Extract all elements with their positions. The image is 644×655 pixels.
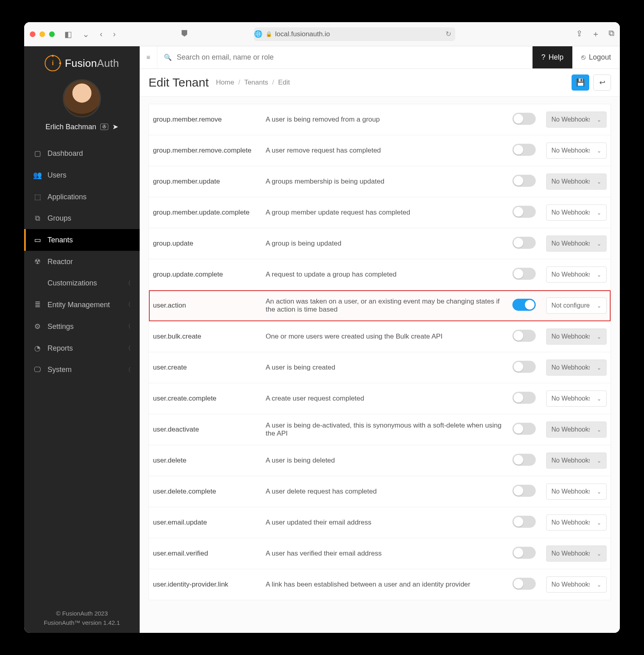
transaction-select[interactable]: No Webhooks⌄ [546, 484, 607, 500]
crumb-tenants[interactable]: Tenants [244, 79, 268, 87]
select-value: No Webhooks [551, 271, 590, 278]
event-name: user.email.verified [149, 538, 262, 569]
chevron-down-icon: ⌄ [597, 582, 601, 588]
event-description: A user is being created [262, 352, 506, 383]
transaction-select[interactable]: No Webhooks⌄ [546, 236, 607, 252]
event-name: user.delete.complete [149, 476, 262, 507]
sidebar-item-customizations[interactable]: Customizations〈 [24, 273, 140, 294]
event-name: user.email.update [149, 507, 262, 538]
logout-button[interactable]: ⎋ Logout [572, 53, 620, 62]
transaction-select[interactable]: No Webhooks⌄ [546, 143, 607, 159]
event-toggle[interactable] [512, 113, 536, 125]
transaction-select[interactable]: No Webhooks⌄ [546, 545, 607, 562]
sidebar-nav: ▢Dashboard👥Users⬚Applications⧉Groups▭Ten… [24, 143, 140, 380]
select-value: No Webhooks [551, 519, 590, 526]
select-value: No Webhooks [551, 581, 590, 588]
transaction-select[interactable]: Not configured⌄ [546, 298, 607, 314]
zoom-window-icon[interactable] [49, 31, 55, 37]
location-icon[interactable]: ➤ [112, 122, 118, 131]
transaction-select[interactable]: No Webhooks⌄ [546, 514, 607, 531]
event-toggle[interactable] [512, 547, 536, 559]
breadcrumb: Home / Tenants / Edit [216, 79, 290, 87]
event-description: A group is being updated [262, 228, 506, 259]
sidebar-item-tenants[interactable]: ▭Tenants [24, 229, 140, 251]
help-icon: ? [541, 53, 545, 62]
transaction-select[interactable]: No Webhooks⌄ [546, 391, 607, 407]
search-input[interactable] [177, 53, 526, 62]
sidebar-item-dashboard[interactable]: ▢Dashboard [24, 143, 140, 164]
event-toggle[interactable] [512, 423, 536, 435]
close-window-icon[interactable] [30, 31, 35, 37]
main-area: ≡ 🔍 ? Help ⎋ Logout Edit Tenant [140, 46, 620, 633]
transaction-select[interactable]: No Webhooks⌄ [546, 329, 607, 345]
table-row: user.bulk.createOne or more users were c… [149, 321, 611, 352]
sidebar-item-reports[interactable]: ◔Reports〈 [24, 337, 140, 359]
tabs-overview-icon[interactable]: ⧉ [609, 29, 614, 39]
sidebar-item-users[interactable]: 👥Users [24, 164, 140, 186]
sidebar-item-applications[interactable]: ⬚Applications [24, 186, 140, 208]
sidebar-item-groups[interactable]: ⧉Groups [24, 208, 140, 229]
save-button[interactable]: 💾 [572, 74, 589, 91]
transaction-select[interactable]: No Webhooks⌄ [546, 174, 607, 190]
event-toggle[interactable] [512, 299, 536, 311]
event-toggle[interactable] [512, 237, 536, 249]
transaction-select[interactable]: No Webhooks⌄ [546, 112, 607, 128]
chevron-down-icon: ⌄ [597, 520, 601, 526]
transaction-select[interactable]: No Webhooks⌄ [546, 576, 607, 593]
transaction-select[interactable]: No Webhooks⌄ [546, 360, 607, 376]
event-toggle[interactable] [512, 578, 536, 590]
event-name: user.deactivate [149, 414, 262, 445]
sidebar-item-label: Reports [47, 344, 73, 353]
help-button[interactable]: ? Help [533, 46, 572, 68]
sidebar-item-label: Users [47, 171, 66, 180]
forward-icon[interactable]: › [111, 29, 118, 39]
collapse-sidebar-icon[interactable]: ≡ [140, 46, 157, 68]
event-toggle[interactable] [512, 516, 536, 528]
chevron-down-icon: ⌄ [597, 210, 601, 216]
event-toggle[interactable] [512, 361, 536, 373]
sidebar-toggle-icon[interactable]: ◧ [62, 29, 74, 39]
transaction-select[interactable]: No Webhooks⌄ [546, 422, 607, 438]
event-toggle[interactable] [512, 454, 536, 466]
sidebar-item-label: Entity Management [47, 301, 110, 309]
event-toggle[interactable] [512, 206, 536, 218]
sidebar-item-settings[interactable]: ⚙Settings〈 [24, 316, 140, 337]
event-name: user.create [149, 352, 262, 383]
event-toggle[interactable] [512, 330, 536, 342]
vcard-icon[interactable]: ✇ [100, 124, 108, 130]
chevron-down-icon[interactable]: ⌄ [80, 29, 92, 39]
event-toggle[interactable] [512, 144, 536, 156]
event-toggle[interactable] [512, 268, 536, 280]
brand-name: FusionAuth [65, 57, 119, 70]
event-toggle[interactable] [512, 175, 536, 187]
share-icon[interactable]: ⇪ [576, 29, 583, 39]
transaction-select[interactable]: No Webhooks⌄ [546, 453, 607, 469]
event-name: group.update.complete [149, 259, 262, 290]
back-button[interactable]: ↩ [593, 74, 611, 91]
lock-icon: 🔒 [266, 31, 272, 37]
select-value: No Webhooks [551, 426, 590, 433]
reload-icon[interactable]: ↻ [446, 30, 455, 38]
avatar[interactable] [63, 79, 101, 118]
event-description: A user has verified their email address [262, 538, 506, 569]
minimize-window-icon[interactable] [39, 31, 45, 37]
table-row: user.delete.completeA user delete reques… [149, 476, 611, 507]
brand-logo: i FusionAuth [24, 46, 140, 75]
chevron-left-icon: 〈 [125, 345, 131, 352]
new-tab-icon[interactable]: ＋ [592, 29, 600, 39]
table-row: group.update.completeA request to update… [149, 259, 611, 290]
sidebar-item-system[interactable]: 🖵System〈 [24, 359, 140, 380]
event-description: A request to update a group has complete… [262, 259, 506, 290]
chevron-down-icon: ⌄ [597, 148, 601, 154]
sidebar-item-reactor[interactable]: ☢Reactor [24, 251, 140, 273]
sidebar-item-entity-management[interactable]: ≣Entity Management〈 [24, 294, 140, 316]
back-icon[interactable]: ‹ [97, 29, 105, 39]
shield-icon[interactable]: ⛊ [178, 29, 191, 39]
transaction-select[interactable]: No Webhooks⌄ [546, 205, 607, 221]
crumb-home[interactable]: Home [216, 79, 234, 87]
site-settings-icon[interactable]: 🌐 [254, 30, 262, 38]
event-toggle[interactable] [512, 392, 536, 404]
address-bar[interactable]: 🌐 🔒 local.fusionauth.io ↻ [254, 27, 455, 41]
event-toggle[interactable] [512, 485, 536, 497]
transaction-select[interactable]: No Webhooks⌄ [546, 267, 607, 283]
